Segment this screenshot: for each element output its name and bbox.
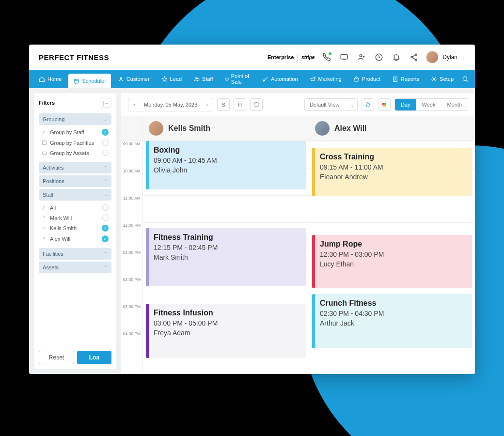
- svg-point-8: [120, 77, 122, 78]
- avatar: [149, 121, 163, 136]
- chevron-down-icon: ⌄: [461, 55, 465, 60]
- app-window: PERFECT FITNESS Enterprise | stripe Dyla…: [29, 45, 475, 374]
- day-column-kells: Boxing09:00 AM - 10:45 AMOlivia John Fit…: [142, 141, 309, 374]
- event-fitness-training[interactable]: Fitness Training12:15 PM - 02:45 PMMark …: [146, 228, 306, 286]
- queue-icon[interactable]: [339, 52, 349, 62]
- nav-lead[interactable]: Lead: [157, 70, 187, 88]
- avatar: [426, 51, 439, 63]
- view-week[interactable]: Week: [416, 99, 441, 110]
- view-toggle: Day Week Month: [394, 98, 468, 111]
- time-label: 01:00 PM: [121, 249, 142, 277]
- svg-point-24: [383, 104, 385, 107]
- svg-point-2: [360, 55, 362, 57]
- clock-icon[interactable]: [374, 52, 384, 62]
- refresh-button[interactable]: [250, 98, 263, 111]
- opt-group-assets[interactable]: Group by Assets: [39, 148, 111, 158]
- svg-rect-11: [225, 78, 228, 80]
- nav-staff[interactable]: Staff: [189, 70, 218, 88]
- time-label: 09:00 AM: [121, 141, 142, 168]
- chevron-up-icon: ⌃: [104, 165, 108, 170]
- next-day[interactable]: ›: [201, 98, 213, 111]
- check-icon: ✓: [102, 129, 109, 136]
- nav-setup[interactable]: Setup: [426, 70, 458, 88]
- view-day[interactable]: Day: [395, 99, 416, 110]
- event-cross-training[interactable]: Cross Training09:15 AM - 11:00 AMEleanor…: [312, 148, 472, 196]
- palette-button[interactable]: [378, 98, 391, 111]
- add-user-icon[interactable]: [356, 52, 367, 62]
- opt-staff-mark[interactable]: Mark Will: [39, 213, 111, 223]
- time-label: 03:00 PM: [121, 304, 142, 331]
- nav-scheduler[interactable]: Scheduler: [68, 74, 111, 88]
- plan-selector[interactable]: Enterprise | stripe: [266, 54, 315, 61]
- share-icon[interactable]: [409, 52, 419, 62]
- main-nav: Home Scheduler Customer Lead Staff Point…: [29, 70, 475, 88]
- section-grouping[interactable]: Grouping⌄: [39, 113, 111, 125]
- svg-point-4: [415, 54, 417, 55]
- opt-staff-alex[interactable]: Alex Will✓: [39, 234, 111, 244]
- section-positions[interactable]: Positions⌃: [39, 175, 111, 187]
- svg-point-21: [44, 237, 45, 239]
- nav-reports[interactable]: Reports: [387, 70, 425, 88]
- time-label: 10:00 AM: [121, 168, 142, 195]
- view-select[interactable]: Default View: [304, 98, 358, 111]
- opt-group-staff[interactable]: Group by Staff✓: [39, 127, 111, 138]
- collapse-button[interactable]: |←: [101, 98, 111, 108]
- nav-automation[interactable]: Automation: [257, 70, 303, 88]
- svg-point-9: [195, 77, 196, 78]
- nav-marketing[interactable]: Marketing: [305, 70, 346, 88]
- header: PERFECT FITNESS Enterprise | stripe Dyla…: [29, 45, 475, 70]
- event-fitness-infusion[interactable]: Fitness Infusion03:00 PM - 05:00 PMFreya…: [146, 304, 306, 358]
- opt-group-facilities[interactable]: Group by Facilities: [39, 138, 111, 148]
- opt-staff-kells[interactable]: Kells Smith✓: [39, 223, 111, 234]
- date-label[interactable]: Monday, 15 May, 2023: [140, 102, 201, 108]
- bell-icon[interactable]: [391, 52, 402, 62]
- column-kells: Kells Smith: [142, 116, 309, 140]
- scheduler-main: ‹ Monday, 15 May, 2023 › S H Default Vie…: [121, 93, 475, 374]
- opt-staff-all[interactable]: All: [39, 202, 111, 213]
- call-icon[interactable]: [321, 52, 332, 62]
- view-month[interactable]: Month: [441, 99, 468, 110]
- chevron-down-icon: ⌄: [104, 192, 108, 197]
- time-label: 11:00 AM: [121, 195, 142, 222]
- svg-point-5: [411, 57, 412, 58]
- load-button[interactable]: Loa: [77, 351, 111, 364]
- nav-search[interactable]: [460, 76, 470, 82]
- h-button[interactable]: H: [234, 98, 246, 111]
- svg-rect-17: [43, 152, 46, 155]
- check-icon: ✓: [102, 235, 109, 242]
- svg-rect-7: [75, 79, 79, 83]
- star-button[interactable]: [362, 98, 374, 111]
- nav-product[interactable]: Product: [348, 70, 385, 88]
- column-alex: Alex Will: [309, 116, 475, 140]
- event-jump-rope[interactable]: Jump Rope12:30 PM - 03:00 PMLucy Ethan: [312, 235, 472, 288]
- nav-pos[interactable]: Point of Sale: [220, 70, 255, 88]
- s-button[interactable]: S: [217, 98, 230, 111]
- user-menu[interactable]: Dylan ⌄: [426, 51, 465, 63]
- svg-point-18: [43, 206, 45, 207]
- check-icon: ✓: [102, 225, 109, 232]
- reset-button[interactable]: Reset: [39, 351, 74, 364]
- day-column-alex: Cross Training09:15 AM - 11:00 AMEleanor…: [309, 141, 475, 374]
- chevron-up-icon: ⌃: [104, 265, 108, 270]
- event-boxing[interactable]: Boxing09:00 AM - 10:45 AMOlivia John: [146, 141, 306, 189]
- nav-home[interactable]: Home: [34, 70, 66, 88]
- svg-point-19: [44, 216, 45, 218]
- section-assets[interactable]: Assets⌃: [39, 262, 111, 273]
- svg-point-20: [44, 227, 45, 228]
- time-label: 02:00 PM: [121, 277, 142, 304]
- calendar-grid: 09:00 AM 10:00 AM 11:00 AM 12:00 PM 01:0…: [121, 141, 475, 374]
- brand: PERFECT FITNESS: [39, 53, 109, 62]
- filters-title: Filters: [39, 100, 55, 106]
- toolbar: ‹ Monday, 15 May, 2023 › S H Default Vie…: [121, 93, 475, 116]
- svg-point-6: [415, 59, 417, 61]
- nav-customer[interactable]: Customer: [113, 70, 155, 88]
- svg-point-10: [197, 78, 198, 78]
- event-crunch-fitness[interactable]: Crunch Fitness02:30 PM - 04:30 PMArthur …: [312, 294, 472, 348]
- filters-sidebar: Filters |← Grouping⌄ Group by Staff✓ Gro…: [29, 88, 121, 374]
- section-staff[interactable]: Staff⌄: [39, 189, 111, 201]
- section-activities[interactable]: Activities⌃: [39, 162, 111, 173]
- prev-day[interactable]: ‹: [128, 98, 140, 111]
- svg-rect-16: [43, 141, 46, 144]
- section-facilities[interactable]: Facilities⌃: [39, 248, 111, 260]
- avatar: [315, 121, 330, 136]
